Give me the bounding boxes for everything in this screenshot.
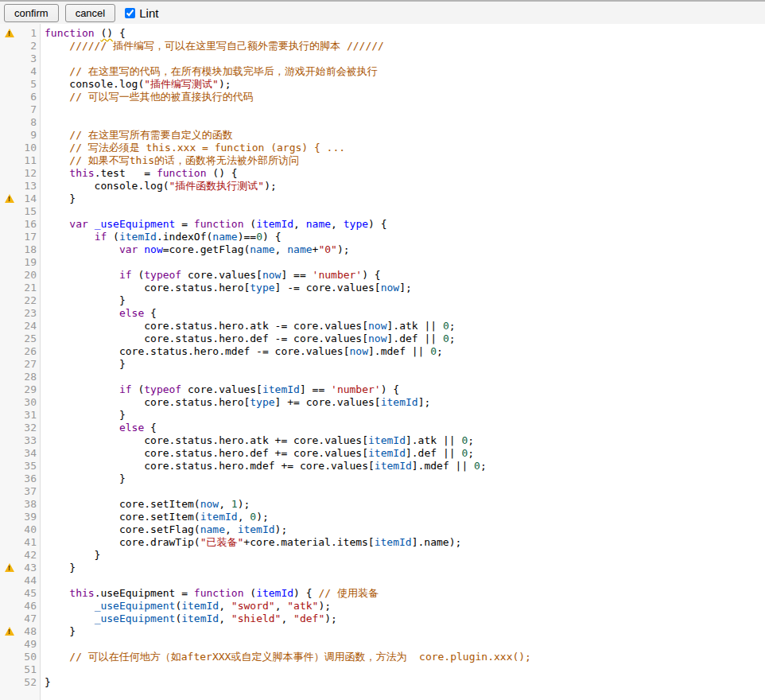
code-line[interactable]: 24 core.status.hero.atk -= core.values[n… (0, 320, 765, 332)
code-line[interactable]: 16 var _useEquipment = function (itemId,… (0, 218, 765, 231)
code-line[interactable]: 34 core.status.hero.def += core.values[i… (0, 447, 765, 460)
warning-icon (5, 194, 14, 203)
code-line[interactable]: 30 core.status.hero[type] += core.values… (0, 396, 765, 409)
code-line[interactable]: 29 if (typeof core.values[itemId] == 'nu… (0, 383, 765, 396)
code-line-text (37, 52, 45, 65)
code-line[interactable]: 9 // 在这里写所有需要自定义的函数 (0, 129, 765, 142)
code-line[interactable]: 8 (0, 116, 765, 129)
gutter-marker-cell (0, 320, 21, 332)
code-line[interactable]: 38 core.setItem(now, 1); (0, 498, 765, 511)
code-line-text: // 在这里写的代码，在所有模块加载完毕后，游戏开始前会被执行 (37, 65, 378, 78)
gutter-marker-cell (0, 91, 21, 103)
code-line[interactable]: 19 (0, 256, 765, 269)
code-line[interactable]: 28 (0, 371, 765, 383)
code-line-text: function () { (37, 27, 126, 40)
code-line[interactable]: 49 (0, 638, 765, 651)
code-line[interactable]: 11 // 如果不写this的话，函数将无法被外部所访问 (0, 154, 765, 167)
line-number: 4 (21, 65, 37, 78)
code-line[interactable]: 2 ////// 插件编写，可以在这里写自己额外需要执行的脚本 ////// (0, 40, 765, 52)
code-line[interactable]: 33 core.status.hero.atk += core.values[i… (0, 434, 765, 447)
warning-icon (5, 29, 14, 37)
code-line[interactable]: 27 } (0, 358, 765, 371)
code-line[interactable]: 13 console.log("插件函数执行测试"); (0, 180, 765, 192)
gutter-marker-cell (0, 676, 21, 689)
code-line[interactable]: 26 core.status.hero.mdef -= core.values[… (0, 345, 765, 358)
code-line[interactable]: 7 (0, 103, 765, 116)
cancel-button[interactable]: cancel (65, 4, 116, 22)
code-line[interactable]: 25 core.status.hero.def -= core.values[n… (0, 332, 765, 345)
code-line[interactable]: 21 core.status.hero[type] -= core.values… (0, 282, 765, 294)
code-line[interactable]: 52} (0, 676, 765, 689)
code-line[interactable]: 48 } (0, 625, 765, 638)
code-line[interactable]: 47 _useEquipment(itemId, "shield", "def"… (0, 612, 765, 625)
line-number: 12 (21, 167, 37, 180)
code-line[interactable]: 1function () { (0, 27, 765, 40)
code-editor[interactable]: 1function () {2 ////// 插件编写，可以在这里写自己额外需要… (0, 24, 765, 700)
code-line-text: core.status.hero.mdef -= core.values[now… (37, 345, 443, 358)
confirm-button[interactable]: confirm (4, 4, 59, 22)
code-line[interactable]: 10 // 写法必须是 this.xxx = function (args) {… (0, 142, 765, 154)
code-lines: 1function () {2 ////// 插件编写，可以在这里写自己额外需要… (0, 27, 765, 689)
code-line[interactable]: 6 // 可以写一些其他的被直接执行的代码 (0, 91, 765, 103)
gutter-marker-cell (0, 192, 21, 205)
code-line[interactable]: 4 // 在这里写的代码，在所有模块加载完毕后，游戏开始前会被执行 (0, 65, 765, 78)
code-line[interactable]: 18 var now=core.getFlag(name, name+"0"); (0, 243, 765, 256)
code-line-text: // 写法必须是 this.xxx = function (args) { ..… (37, 142, 345, 154)
code-line[interactable]: 32 else { (0, 422, 765, 434)
line-number: 33 (21, 434, 37, 447)
code-line[interactable]: 22 } (0, 294, 765, 307)
line-number: 10 (21, 142, 37, 154)
code-line-text: core.status.hero.atk -= core.values[now]… (37, 320, 456, 332)
line-number: 35 (21, 460, 37, 472)
code-line[interactable]: 3 (0, 52, 765, 65)
code-line[interactable]: 31 } (0, 409, 765, 422)
gutter-marker-cell (0, 332, 21, 345)
gutter-marker-cell (0, 587, 21, 600)
code-line[interactable]: 5 console.log("插件编写测试"); (0, 78, 765, 91)
code-line[interactable]: 45 this.useEquipment = function (itemId)… (0, 587, 765, 600)
lint-checkbox[interactable] (125, 8, 135, 18)
gutter-marker-cell (0, 574, 21, 587)
gutter-marker-cell (0, 536, 21, 549)
gutter-marker-cell (0, 600, 21, 612)
code-line[interactable]: 17 if (itemId.indexOf(name)==0) { (0, 231, 765, 243)
line-number: 28 (21, 371, 37, 383)
code-line[interactable]: 40 core.setFlag(name, itemId); (0, 523, 765, 536)
line-number: 22 (21, 294, 37, 307)
code-line[interactable]: 23 else { (0, 307, 765, 320)
gutter-marker-cell (0, 142, 21, 154)
code-line-text: core.status.hero.def -= core.values[now]… (37, 332, 456, 345)
code-line[interactable]: 43 } (0, 562, 765, 574)
code-line[interactable]: 14 } (0, 192, 765, 205)
gutter-marker-cell (0, 422, 21, 434)
code-line-text: var _useEquipment = function (itemId, na… (37, 218, 387, 231)
line-number: 44 (21, 574, 37, 587)
code-line[interactable]: 12 this.test = function () { (0, 167, 765, 180)
line-number: 16 (21, 218, 37, 231)
code-line-text (37, 256, 45, 269)
code-line[interactable]: 37 (0, 485, 765, 498)
code-line[interactable]: 39 core.setItem(itemId, 0); (0, 511, 765, 523)
gutter-marker-cell (0, 40, 21, 52)
code-line-text: } (37, 294, 126, 307)
line-number: 8 (21, 116, 37, 129)
code-line[interactable]: 42 } (0, 549, 765, 562)
code-line-text: if (typeof core.values[now] == 'number')… (37, 269, 381, 282)
gutter-marker-cell (0, 549, 21, 562)
code-line[interactable]: 51 (0, 663, 765, 676)
code-line[interactable]: 50 // 可以在任何地方（如afterXXX或自定义脚本事件）调用函数，方法为… (0, 651, 765, 663)
code-line[interactable]: 15 (0, 205, 765, 218)
gutter-marker-cell (0, 294, 21, 307)
code-line[interactable]: 44 (0, 574, 765, 587)
code-line[interactable]: 46 _useEquipment(itemId, "sword", "atk")… (0, 600, 765, 612)
line-number: 19 (21, 256, 37, 269)
code-line-text (37, 638, 45, 651)
code-line[interactable]: 36 } (0, 472, 765, 485)
code-line[interactable]: 35 core.status.hero.mdef += core.values[… (0, 460, 765, 472)
line-number: 5 (21, 78, 37, 91)
code-line[interactable]: 20 if (typeof core.values[now] == 'numbe… (0, 269, 765, 282)
line-number: 31 (21, 409, 37, 422)
code-line[interactable]: 41 core.drawTip("已装备"+core.material.item… (0, 536, 765, 549)
code-line-text (37, 205, 45, 218)
line-number: 38 (21, 498, 37, 511)
